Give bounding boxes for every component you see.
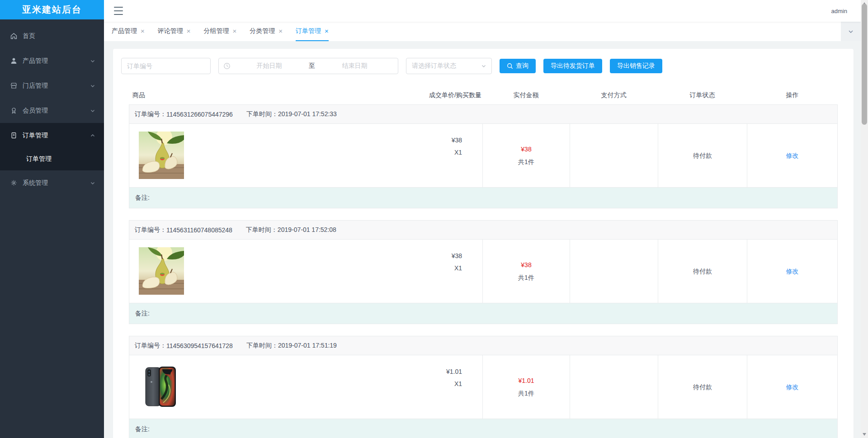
tab-label: 评论管理 — [158, 27, 183, 35]
scroll-down-arrow[interactable] — [863, 433, 866, 436]
order-status-cell: 待付款 — [658, 355, 747, 419]
tab-products[interactable]: 产品管理 × — [112, 22, 145, 41]
close-icon[interactable]: × — [187, 28, 191, 34]
order-no-input[interactable] — [121, 58, 211, 74]
tab-list-dropdown[interactable] — [841, 22, 861, 41]
sidebar-item-system[interactable]: 系统管理 — [0, 170, 104, 195]
close-icon[interactable]: × — [325, 28, 329, 34]
order-time-label: 下单时间： — [246, 110, 278, 118]
tab-label: 订单管理 — [296, 27, 321, 35]
order-no-value: 1145631266075447296 — [166, 111, 233, 118]
filter-bar: 开始日期 至 结束日期 请选择订单状态 查询 导出待发货订单 导出销售记录 — [121, 58, 854, 74]
paid-amount-cell: ¥1.01 共1件 — [482, 355, 570, 419]
tab-comments[interactable]: 评论管理 × — [158, 22, 191, 41]
user-icon — [10, 57, 18, 65]
end-date-placeholder[interactable]: 结束日期 — [316, 62, 393, 70]
tab-categories[interactable]: 分类管理 × — [250, 22, 283, 41]
gear-icon — [10, 179, 18, 187]
sidebar-item-members[interactable]: 会员管理 — [0, 98, 104, 123]
app-logo: 亚米建站后台 — [0, 0, 104, 19]
start-date-placeholder[interactable]: 开始日期 — [231, 62, 308, 70]
quantity: X1 — [452, 262, 462, 274]
vertical-scrollbar[interactable] — [861, 0, 868, 438]
date-range-picker[interactable]: 开始日期 至 结束日期 — [218, 58, 398, 74]
unit-price: ¥1.01 — [446, 366, 462, 378]
payment-method-cell — [570, 240, 658, 303]
unit-price: ¥38 — [452, 134, 462, 146]
order-remark-row: 备注: — [129, 187, 837, 208]
order-status-select[interactable]: 请选择订单状态 — [406, 58, 492, 74]
export-sales-records-button[interactable]: 导出销售记录 — [610, 59, 662, 73]
sidebar: 亚米建站后台 首页 产品管理 门店管理 — [0, 0, 104, 438]
order-row: ¥38 X1 ¥38 共1件 待付款 修改 — [129, 124, 837, 187]
chevron-down-icon — [90, 108, 96, 114]
order-header: 订单编号：1145631160748085248 下单时间：2019-07-01… — [129, 221, 837, 240]
unit-price: ¥38 — [452, 250, 462, 262]
table-header-row: 商品 成交单价/购买数量 实付金额 支付方式 订单状态 操作 — [129, 86, 838, 104]
sidebar-item-label: 订单管理 — [23, 132, 90, 140]
sidebar-item-orders[interactable]: 订单管理 — [0, 123, 104, 148]
search-icon — [507, 63, 513, 69]
order-block: 订单编号：1145631160748085248 下单时间：2019-07-01… — [129, 220, 838, 324]
order-time-label: 下单时间： — [246, 226, 278, 233]
remark-label: 备注: — [135, 310, 150, 318]
product-image-pear — [139, 247, 184, 295]
sidebar-item-label: 会员管理 — [23, 107, 90, 115]
chevron-down-icon — [90, 180, 96, 186]
order-doc-icon — [10, 132, 18, 139]
top-bar: admin — [104, 0, 861, 22]
close-icon[interactable]: × — [278, 28, 283, 34]
paid-amount-cell: ¥38 共1件 — [482, 124, 570, 187]
header-paid-amount: 实付金额 — [482, 91, 570, 99]
sidebar-item-label: 系统管理 — [23, 179, 90, 187]
scrollbar-thumb[interactable] — [862, 4, 867, 125]
search-button[interactable]: 查询 — [500, 59, 536, 73]
product-image-pear — [139, 132, 184, 179]
select-placeholder: 请选择订单状态 — [412, 62, 456, 70]
price-quantity: ¥38 X1 — [452, 132, 462, 187]
remark-label: 备注: — [135, 425, 150, 433]
modify-link[interactable]: 修改 — [786, 149, 799, 162]
order-status-cell: 待付款 — [658, 240, 747, 303]
sidebar-item-home[interactable]: 首页 — [0, 24, 104, 48]
sidebar-item-stores[interactable]: 门店管理 — [0, 73, 104, 98]
current-user[interactable]: admin — [831, 8, 847, 14]
modify-link[interactable]: 修改 — [786, 381, 799, 393]
sidebar-menu: 首页 产品管理 门店管理 会员管理 — [0, 19, 104, 195]
quantity: X1 — [446, 378, 462, 390]
sidebar-subitem-label: 订单管理 — [26, 155, 52, 163]
chevron-down-icon — [847, 28, 854, 35]
header-product: 商品 — [132, 91, 145, 99]
sidebar-item-label: 门店管理 — [23, 82, 90, 90]
chevron-down-icon — [90, 83, 96, 89]
badge-icon — [10, 107, 18, 114]
export-pending-orders-button[interactable]: 导出待发货订单 — [543, 59, 602, 73]
order-block: 订单编号：1145631266075447296 下单时间：2019-07-01… — [129, 104, 838, 208]
close-icon[interactable]: × — [233, 28, 237, 34]
payment-method-cell — [570, 355, 658, 419]
paid-amount-cell: ¥38 共1件 — [482, 240, 570, 303]
order-no-label: 订单编号： — [135, 342, 166, 350]
sidebar-item-label: 产品管理 — [23, 57, 90, 65]
tab-groups[interactable]: 分组管理 × — [204, 22, 237, 41]
tab-label: 产品管理 — [112, 27, 137, 35]
order-time-value: 2019-07-01 17:52:08 — [278, 226, 336, 233]
chevron-down-icon — [90, 58, 96, 64]
modify-link[interactable]: 修改 — [786, 265, 799, 278]
order-block: 订单编号：1145630954157641728 下单时间：2019-07-01… — [129, 336, 838, 438]
header-action: 操作 — [747, 91, 838, 99]
order-header: 订单编号：1145631266075447296 下单时间：2019-07-01… — [129, 105, 837, 124]
sidebar-item-products[interactable]: 产品管理 — [0, 48, 104, 73]
sidebar-subitem-orders[interactable]: 订单管理 — [0, 148, 104, 170]
order-no-value: 1145630954157641728 — [166, 342, 233, 349]
hamburger-menu-icon[interactable] — [114, 7, 123, 15]
order-remark-row: 备注: — [129, 419, 837, 438]
tab-orders[interactable]: 订单管理 × — [296, 22, 329, 41]
paid-amount: ¥38 — [521, 143, 531, 155]
paid-count: 共1件 — [518, 271, 534, 284]
date-separator: 至 — [308, 62, 316, 70]
close-icon[interactable]: × — [141, 28, 145, 34]
header-unit-price: 成交单价/购买数量 — [429, 91, 481, 99]
remark-label: 备注: — [135, 194, 150, 202]
order-no-label: 订单编号： — [135, 226, 166, 234]
